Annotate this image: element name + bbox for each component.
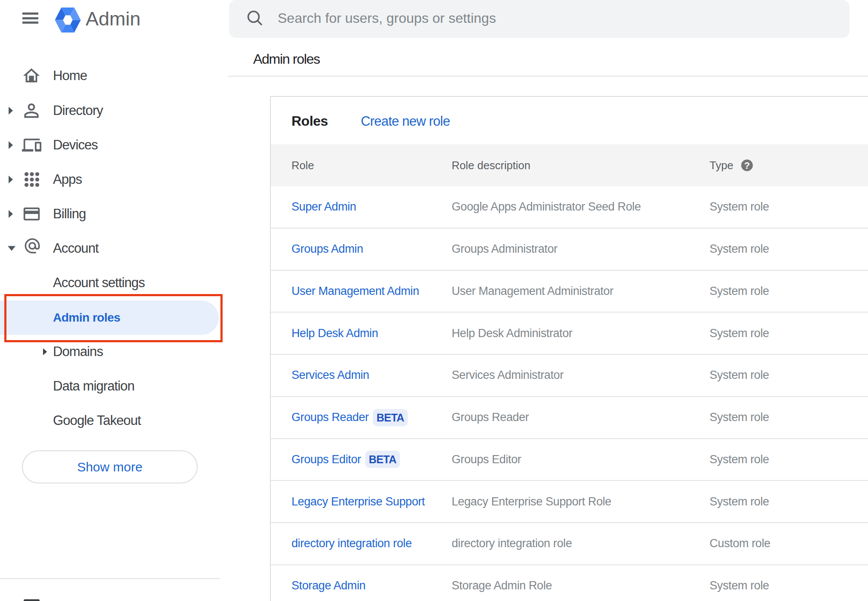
svg-text:?: ? [744,160,750,171]
